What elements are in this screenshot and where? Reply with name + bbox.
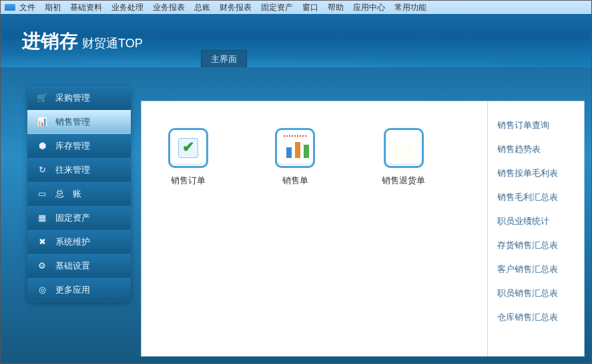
brand-sub: 财贸通TOP xyxy=(82,35,143,51)
sidebar-item-label: 销售管理 xyxy=(55,116,90,128)
sidebar-item-label: 库存管理 xyxy=(55,140,90,152)
module-sales-bill[interactable]: 销售单 xyxy=(275,128,315,187)
report-link[interactable]: 销售毛利汇总表 xyxy=(488,185,584,209)
sidebar-item-label: 往来管理 xyxy=(55,164,90,176)
module-label: 销售订单 xyxy=(171,175,206,187)
ledger-icon: ▭ xyxy=(37,189,47,199)
menu-item[interactable]: 总账 xyxy=(194,2,210,13)
menu-item[interactable]: 期初 xyxy=(45,2,61,13)
sidebar-item-inventory[interactable]: ⬢ 库存管理 xyxy=(27,134,131,158)
sidebar-item-label: 总 账 xyxy=(55,188,81,200)
sidebar-item-purchase[interactable]: 🛒 采购管理 xyxy=(27,86,131,110)
sidebar-item-sales[interactable]: 📊 销售管理 xyxy=(27,110,131,134)
sidebar-item-system[interactable]: ✖ 系统维护 xyxy=(27,230,131,254)
gear-icon: ⚙ xyxy=(37,261,47,271)
sidebar-item-label: 固定资产 xyxy=(55,212,90,224)
sales-return-icon xyxy=(384,128,424,168)
target-icon: ◎ xyxy=(37,285,47,295)
app-sys-icon xyxy=(5,4,15,11)
home-solid-icon: ⬢ xyxy=(37,141,47,151)
report-link[interactable]: 职员业绩统计 xyxy=(488,209,584,233)
menu-item[interactable]: 文件 xyxy=(19,2,35,13)
sidebar-item-label: 更多应用 xyxy=(55,284,90,296)
sidebar-item-settings[interactable]: ⚙ 基础设置 xyxy=(27,254,131,278)
sales-order-icon xyxy=(168,128,208,168)
sidebar-item-current[interactable]: ↻ 往来管理 xyxy=(27,158,131,182)
body-area: 🌐 👤 🏷 🏠 ▢ 🛒 采购管理 📊 销售管理 ⬢ 库存管理 ↻ 往来管理 ▭ … xyxy=(1,67,591,363)
report-link[interactable]: 职员销售汇总表 xyxy=(488,281,584,305)
report-link[interactable]: 仓库销售汇总表 xyxy=(488,305,584,329)
report-link[interactable]: 销售按单毛利表 xyxy=(488,161,584,185)
report-link[interactable]: 存货销售汇总表 xyxy=(488,233,584,257)
sidebar-item-label: 采购管理 xyxy=(55,92,90,104)
sidebar-item-more[interactable]: ◎ 更多应用 xyxy=(27,278,131,302)
tools-icon: ✖ xyxy=(37,237,47,247)
app-header: 进销存 财贸通TOP 主界面 xyxy=(1,14,591,67)
chart-icon: 📊 xyxy=(37,117,47,127)
sidebar-item-label: 基础设置 xyxy=(55,260,90,272)
sales-bill-icon xyxy=(275,128,315,168)
sidebar-item-fixed-assets[interactable]: ▦ 固定资产 xyxy=(27,206,131,230)
menu-item[interactable]: 基础资料 xyxy=(70,2,102,13)
menu-item[interactable]: 帮助 xyxy=(328,2,344,13)
report-link-panel: 销售订单查询 销售趋势表 销售按单毛利表 销售毛利汇总表 职员业绩统计 存货销售… xyxy=(487,101,584,356)
menu-item[interactable]: 固定资产 xyxy=(261,2,293,13)
module-sales-order[interactable]: 销售订单 xyxy=(168,128,208,187)
content-panel: 销售订单 销售单 销售退货单 销售订单查询 销售趋势表 销售按单毛利表 销售毛利… xyxy=(141,101,585,357)
refresh-icon: ↻ xyxy=(37,165,47,175)
report-link[interactable]: 客户销售汇总表 xyxy=(488,257,584,281)
brand-title: 进销存 财贸通TOP xyxy=(22,29,143,54)
report-link[interactable]: 销售趋势表 xyxy=(488,137,584,161)
menu-item[interactable]: 财务报表 xyxy=(220,2,252,13)
menu-item[interactable]: 应用中心 xyxy=(353,2,385,13)
module-sales-return[interactable]: 销售退货单 xyxy=(382,128,425,187)
sidebar-item-ledger[interactable]: ▭ 总 账 xyxy=(27,182,131,206)
menu-item[interactable]: 窗口 xyxy=(302,2,318,13)
report-link[interactable]: 销售订单查询 xyxy=(488,113,584,137)
grid-icon: ▦ xyxy=(37,213,47,223)
brand-main: 进销存 xyxy=(22,29,78,54)
menu-item[interactable]: 业务报表 xyxy=(153,2,185,13)
tab-main[interactable]: 主界面 xyxy=(201,50,247,67)
module-label: 销售退货单 xyxy=(382,175,425,187)
module-label: 销售单 xyxy=(282,175,308,187)
module-area: 销售订单 销售单 销售退货单 xyxy=(141,101,487,356)
menu-item[interactable]: 常用功能 xyxy=(394,2,426,13)
sidebar: 🛒 采购管理 📊 销售管理 ⬢ 库存管理 ↻ 往来管理 ▭ 总 账 ▦ 固定资产… xyxy=(27,86,131,302)
menu-bar: 文件 期初 基础资料 业务处理 业务报表 总账 财务报表 固定资产 窗口 帮助 … xyxy=(1,1,591,14)
sidebar-item-label: 系统维护 xyxy=(55,236,90,248)
menu-item[interactable]: 业务处理 xyxy=(111,2,143,13)
cart-icon: 🛒 xyxy=(37,93,47,103)
